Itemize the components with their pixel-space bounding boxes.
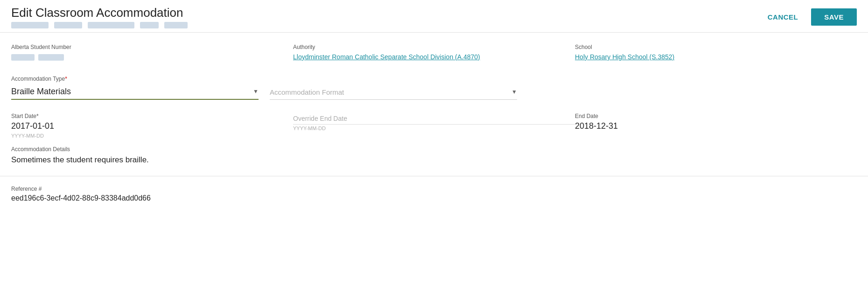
chevron-down-icon: ▼ bbox=[253, 88, 259, 95]
required-marker: * bbox=[65, 76, 67, 82]
breadcrumb bbox=[11, 22, 189, 28]
breadcrumb-part-3 bbox=[88, 22, 134, 28]
start-date-label: Start Date* bbox=[11, 113, 293, 119]
authority-col: Authority Lloydminster Roman Catholic Se… bbox=[293, 44, 575, 61]
accommodation-type-row: Accommodation Type* Braille Materials ▼ … bbox=[11, 76, 857, 102]
accommodation-type-select-wrapper: Braille Materials ▼ bbox=[11, 84, 259, 100]
override-end-date-field[interactable]: Override End Date bbox=[293, 113, 575, 125]
cancel-button[interactable]: CANCEL bbox=[760, 9, 806, 25]
start-date-value[interactable]: 2017-01-01 bbox=[11, 120, 293, 132]
authority-label: Authority bbox=[293, 44, 575, 50]
end-date-col: End Date 2018-12-31 bbox=[575, 113, 857, 139]
chevron-down-icon-2: ▼ bbox=[511, 89, 517, 95]
breadcrumb-part-2 bbox=[54, 22, 82, 28]
reference-value: eed196c6-3ecf-4d02-88c9-83384add0d66 bbox=[11, 194, 857, 202]
asn-label: Alberta Student Number bbox=[11, 44, 293, 50]
breadcrumb-part-5 bbox=[164, 22, 188, 28]
school-label: School bbox=[575, 44, 857, 50]
save-button[interactable]: SAVE bbox=[811, 8, 857, 26]
breadcrumb-part-4 bbox=[140, 22, 159, 28]
student-info-row: Alberta Student Number Authority Lloydmi… bbox=[11, 44, 857, 64]
accommodation-format-select-wrapper: Accommodation Format ▼ bbox=[270, 84, 517, 100]
page-header: Edit Classroom Accommodation CANCEL SAVE bbox=[0, 0, 868, 33]
details-label: Accommodation Details bbox=[11, 146, 857, 153]
accommodation-format-field: Accommodation Format ▼ bbox=[270, 84, 517, 102]
main-content: Alberta Student Number Authority Lloydmi… bbox=[0, 33, 868, 165]
details-value: Sometimes the student requires braille. bbox=[11, 155, 857, 165]
breadcrumb-part-1 bbox=[11, 22, 49, 28]
accommodation-type-field: Accommodation Type* Braille Materials ▼ bbox=[11, 76, 259, 102]
footer-section: Reference # eed196c6-3ecf-4d02-88c9-8338… bbox=[0, 176, 868, 212]
asn-col: Alberta Student Number bbox=[11, 44, 293, 61]
accommodation-format-select[interactable]: Accommodation Format ▼ bbox=[270, 84, 517, 99]
school-value[interactable]: Holy Rosary High School (S.3852) bbox=[575, 53, 857, 61]
authority-value[interactable]: Lloydminster Roman Catholic Separate Sch… bbox=[293, 53, 575, 61]
header-left: Edit Classroom Accommodation bbox=[11, 6, 189, 28]
override-date-hint: YYYY-MM-DD bbox=[293, 125, 575, 131]
start-required-marker: * bbox=[36, 113, 39, 119]
end-date-value: 2018-12-31 bbox=[575, 120, 857, 132]
accommodation-details-section: Accommodation Details Sometimes the stud… bbox=[11, 146, 857, 165]
accommodation-type-value: Braille Materials bbox=[11, 87, 71, 97]
reference-label: Reference # bbox=[11, 186, 857, 192]
school-col: School Holy Rosary High School (S.3852) bbox=[575, 44, 857, 61]
asn-value bbox=[11, 53, 293, 61]
asn-blur-2 bbox=[38, 54, 64, 61]
end-date-label: End Date bbox=[575, 113, 857, 119]
accommodation-format-placeholder: Accommodation Format bbox=[270, 88, 344, 96]
dates-row: Start Date* 2017-01-01 YYYY-MM-DD Overri… bbox=[11, 113, 857, 139]
accommodation-type-select[interactable]: Braille Materials ▼ bbox=[11, 84, 259, 99]
header-actions: CANCEL SAVE bbox=[760, 8, 857, 26]
accommodation-type-label: Accommodation Type* bbox=[11, 76, 259, 82]
asn-blur-1 bbox=[11, 54, 35, 61]
page-title: Edit Classroom Accommodation bbox=[11, 6, 189, 20]
start-date-col: Start Date* 2017-01-01 YYYY-MM-DD bbox=[11, 113, 293, 139]
override-date-col: Override End Date YYYY-MM-DD bbox=[293, 113, 575, 139]
start-date-hint: YYYY-MM-DD bbox=[11, 133, 293, 139]
